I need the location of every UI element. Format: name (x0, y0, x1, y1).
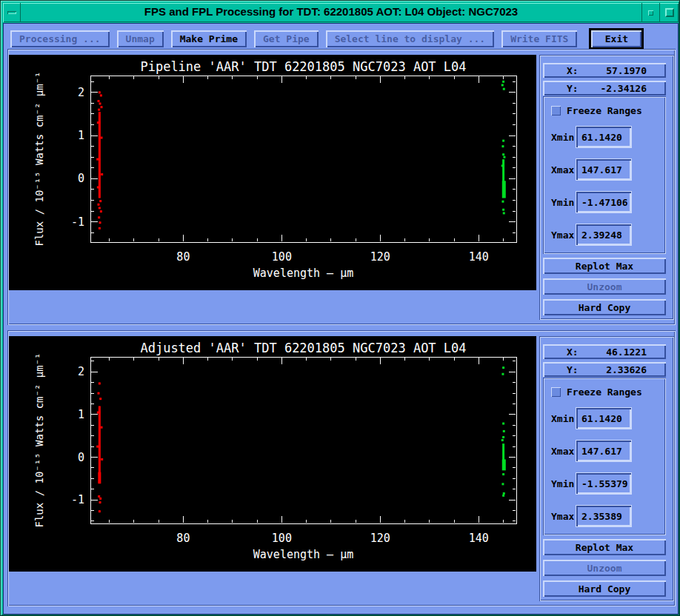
svg-text:2: 2 (78, 365, 84, 378)
xmax-fieldbox (576, 440, 632, 462)
svg-text:1: 1 (78, 129, 84, 142)
svg-text:0: 0 (78, 451, 84, 464)
ymax-field-row: Ymax (543, 504, 666, 528)
replot-max-button[interactable]: Replot Max (543, 539, 666, 555)
minimize-icon (648, 10, 653, 16)
xmin-fieldbox (576, 407, 632, 429)
replot-max-button[interactable]: Replot Max (543, 258, 666, 274)
svg-text:Pipeline 'AAR' TDT 62201805 NG: Pipeline 'AAR' TDT 62201805 NGC7023 AOT … (140, 59, 466, 74)
processing-button[interactable]: Processing ... (10, 30, 110, 47)
xmin-field-row: Xmin (543, 406, 666, 430)
ymin-input[interactable] (576, 478, 631, 489)
svg-text:100: 100 (272, 532, 292, 545)
y-readout-value: -2.34126 (600, 83, 647, 94)
svg-text:1: 1 (78, 408, 84, 421)
exit-button[interactable]: Exit (591, 30, 641, 47)
window-menu-icon (7, 11, 16, 14)
unzoom-button[interactable]: Unzoom (543, 278, 666, 295)
x-readout-label: X: (567, 346, 579, 358)
range-group: Freeze Ranges Xmin Xmax (543, 378, 666, 535)
x-readout-value: 46.1221 (606, 346, 647, 358)
side-panel-pipeline: X: 57.1970 Y: -2.34126 Freeze Ranges Xmi… (539, 55, 674, 320)
svg-text:80: 80 (176, 250, 190, 264)
unzoom-button[interactable]: Unzoom (543, 560, 666, 576)
xmax-field-row: Xmax (543, 158, 666, 181)
freeze-ranges-row: Freeze Ranges (551, 386, 642, 398)
svg-text:120: 120 (370, 532, 390, 545)
x-readout-value: 57.1970 (606, 65, 647, 76)
range-group: Freeze Ranges Xmin Xmax (543, 96, 666, 254)
xmax-label: Xmax (551, 164, 576, 175)
ymax-input[interactable] (576, 511, 631, 522)
hard-copy-button[interactable]: Hard Copy (543, 299, 666, 315)
y-readout-label: Y: (567, 364, 579, 375)
ymin-field-row: Ymin (543, 190, 666, 214)
svg-text:2: 2 (78, 86, 84, 99)
section-adjusted: 80100120140-1012Adjusted 'AAR' TDT 62201… (7, 330, 676, 606)
ymax-fieldbox (576, 224, 632, 246)
unmap-button[interactable]: Unmap (117, 30, 164, 47)
minimize-button[interactable] (641, 3, 659, 22)
svg-text:Flux / 10⁻¹⁵ Watts cm⁻² μm⁻¹: Flux / 10⁻¹⁵ Watts cm⁻² μm⁻¹ (33, 352, 45, 527)
titlebar[interactable]: FPS and FPL Processing for TDT: 62201805… (3, 3, 679, 22)
freeze-ranges-label: Freeze Ranges (567, 386, 642, 398)
window-menu-button[interactable] (3, 3, 21, 22)
ymax-field-row: Ymax (543, 223, 666, 247)
y-readout-label: Y: (567, 83, 579, 94)
maximize-icon (665, 8, 674, 17)
xmax-input[interactable] (576, 446, 631, 457)
ymin-fieldbox (576, 191, 632, 213)
select-line-button[interactable]: Select line to display ... (326, 30, 495, 47)
maximize-button[interactable] (659, 3, 679, 22)
svg-text:-1: -1 (71, 215, 84, 229)
section-pipeline: 80100120140-1012Pipeline 'AAR' TDT 62201… (7, 49, 676, 325)
svg-text:Wavelength – μm: Wavelength – μm (253, 548, 353, 561)
freeze-ranges-label: Freeze Ranges (567, 105, 642, 116)
x-readout-label: X: (567, 65, 579, 76)
toolbar: Processing ... Unmap Make Prime Get Pipe… (10, 27, 644, 50)
freeze-ranges-checkbox[interactable] (551, 387, 561, 397)
ymax-fieldbox (576, 505, 632, 527)
svg-text:0: 0 (78, 172, 84, 185)
freeze-ranges-row: Freeze Ranges (551, 105, 642, 116)
hard-copy-button[interactable]: Hard Copy (543, 580, 666, 597)
ymin-input[interactable] (576, 197, 631, 208)
plot-area-adjusted[interactable]: 80100120140-1012Adjusted 'AAR' TDT 62201… (9, 336, 536, 572)
write-fits-button[interactable]: Write FITS (501, 30, 577, 47)
svg-text:140: 140 (469, 532, 489, 545)
x-readout: X: 57.1970 (543, 63, 666, 78)
svg-text:100: 100 (272, 250, 292, 264)
svg-text:140: 140 (469, 250, 489, 264)
make-prime-button[interactable]: Make Prime (171, 30, 247, 47)
freeze-ranges-checkbox[interactable] (551, 106, 561, 116)
ymax-input[interactable] (576, 230, 631, 241)
exit-default-ring: Exit (589, 28, 644, 50)
window-title: FPS and FPL Processing for TDT: 62201805… (21, 3, 641, 22)
svg-text:80: 80 (176, 532, 190, 545)
xmin-input[interactable] (576, 413, 631, 424)
ymin-label: Ymin (551, 197, 576, 208)
plot-pipeline[interactable]: 80100120140-1012Pipeline 'AAR' TDT 62201… (9, 55, 536, 290)
xmin-fieldbox (576, 126, 632, 148)
get-pipe-button[interactable]: Get Pipe (254, 30, 319, 47)
xmin-input[interactable] (576, 132, 631, 143)
y-readout-value: 2.33626 (606, 364, 647, 375)
plot-adjusted[interactable]: 80100120140-1012Adjusted 'AAR' TDT 62201… (9, 336, 536, 572)
xmax-label: Xmax (551, 446, 576, 457)
xmin-field-row: Xmin (543, 125, 666, 149)
ymin-label: Ymin (551, 478, 576, 489)
svg-text:Wavelength – μm: Wavelength – μm (253, 267, 353, 280)
xmin-label: Xmin (551, 413, 576, 424)
ymax-label: Ymax (551, 230, 576, 241)
ymin-field-row: Ymin (543, 472, 666, 495)
xmax-input[interactable] (576, 164, 631, 175)
svg-text:Flux / 10⁻¹⁵ Watts cm⁻² μm⁻¹: Flux / 10⁻¹⁵ Watts cm⁻² μm⁻¹ (33, 71, 45, 246)
xmin-label: Xmin (551, 132, 576, 143)
app-window: FPS and FPL Processing for TDT: 62201805… (0, 0, 680, 616)
side-panel-adjusted: X: 46.1221 Y: 2.33626 Freeze Ranges Xmin (539, 336, 674, 601)
svg-text:-1: -1 (71, 493, 84, 506)
y-readout: Y: 2.33626 (543, 362, 666, 377)
svg-text:Adjusted 'AAR' TDT 62201805 NG: Adjusted 'AAR' TDT 62201805 NGC7023 AOT … (140, 341, 466, 355)
svg-text:120: 120 (370, 250, 390, 264)
plot-area-pipeline[interactable]: 80100120140-1012Pipeline 'AAR' TDT 62201… (9, 55, 536, 290)
